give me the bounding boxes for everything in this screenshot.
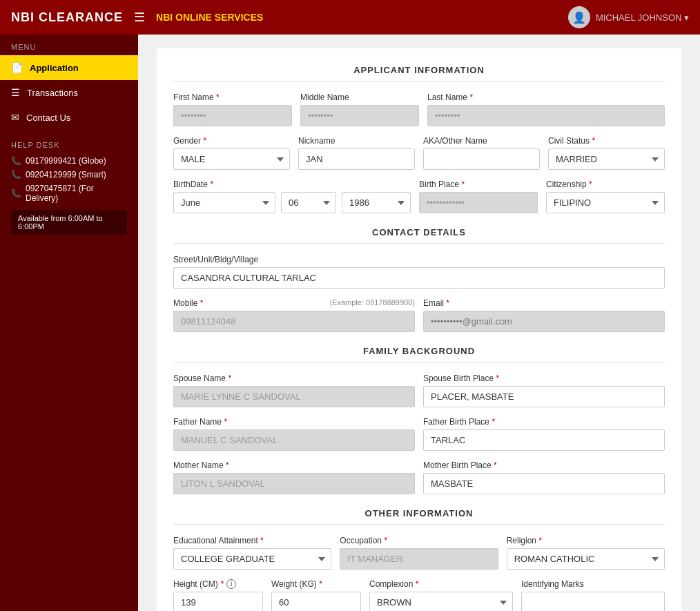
height-input[interactable]: [173, 592, 263, 611]
occupation-input[interactable]: [340, 548, 498, 570]
helpdesk-phone-1: 📞 09179999421 (Globe): [11, 156, 127, 166]
user-label[interactable]: MICHAEL JOHNSON ▾: [596, 12, 689, 23]
identifying-marks-input[interactable]: [521, 592, 665, 611]
middle-name-input[interactable]: [300, 105, 419, 126]
identifying-marks-label: Identifying Marks: [521, 579, 665, 589]
citizenship-select[interactable]: FILIPINO OTHERS: [546, 192, 665, 213]
street-group: Street/Unit/Bldg/Village: [173, 255, 665, 289]
sidebar-item-contact-label: Contact Us: [26, 113, 70, 123]
app-title: NBI CLEARANCE: [11, 10, 123, 25]
occupation-label: Occupation *: [340, 536, 498, 545]
other-section-header: OTHER INFORMATION: [173, 508, 665, 525]
menu-icon[interactable]: ☰: [134, 10, 145, 25]
education-group: Educational Attainment * COLLEGE GRADUAT…: [173, 536, 331, 570]
street-input[interactable]: [173, 267, 665, 289]
height-label: Height (CM) * i: [173, 579, 263, 589]
complexion-select[interactable]: BROWN FAIR DARK LIGHT: [369, 592, 513, 611]
weight-input[interactable]: [271, 592, 361, 611]
helpdesk-hours: Available from 6:00AM to 6:00PM: [11, 210, 127, 235]
mother-birth-place-label: Mother Birth Place *: [423, 460, 665, 470]
birth-place-input[interactable]: [419, 192, 538, 213]
gender-select[interactable]: MALE FEMALE: [173, 148, 290, 170]
phone-icon-3: 📞: [11, 188, 21, 198]
gender-row: Gender * MALE FEMALE Nickname AKA/Other …: [173, 136, 665, 170]
aka-input[interactable]: [423, 148, 540, 170]
spouse-name-input[interactable]: [173, 386, 415, 407]
mother-name-group: Mother Name *: [173, 460, 415, 494]
birth-place-group: Birth Place *: [419, 180, 538, 213]
spouse-birth-place-group: Spouse Birth Place *: [423, 374, 665, 407]
middle-name-group: Middle Name: [300, 93, 419, 126]
birthdate-selects: JanuaryFebruaryMarchAprilMayJuneJulyAugu…: [173, 192, 411, 213]
mother-name-input[interactable]: [173, 473, 415, 494]
father-birth-place-label: Father Birth Place *: [423, 417, 665, 427]
religion-group: Religion * ROMAN CATHOLIC PROTESTANT ISL…: [507, 536, 665, 570]
weight-label: Weight (KG) *: [271, 579, 361, 589]
citizenship-group: Citizenship * FILIPINO OTHERS: [546, 180, 665, 213]
header-right: 👤 MICHAEL JOHNSON ▾: [568, 6, 689, 28]
birth-month-select[interactable]: JanuaryFebruaryMarchAprilMayJuneJulyAugu…: [173, 192, 275, 213]
middle-name-label: Middle Name: [300, 93, 419, 102]
helpdesk-phone-2: 📞 09204129999 (Smart): [11, 170, 127, 180]
spouse-row: Spouse Name * Spouse Birth Place *: [173, 374, 665, 407]
contact-icon: ✉: [11, 112, 19, 123]
father-birth-place-group: Father Birth Place *: [423, 417, 665, 451]
email-input[interactable]: [423, 311, 665, 332]
sidebar-item-transactions[interactable]: ☰ Transactions: [0, 80, 138, 105]
mobile-label: Mobile * (Example: 09178889900): [173, 298, 415, 308]
father-name-label: Father Name *: [173, 417, 415, 427]
complexion-label: Complexion *: [369, 579, 513, 589]
contact-section-header: CONTACT DETAILS: [173, 227, 665, 244]
application-icon: 📄: [11, 62, 23, 73]
email-label: Email *: [423, 298, 665, 308]
gender-label: Gender *: [173, 136, 290, 146]
sidebar-item-transactions-label: Transactions: [27, 88, 78, 98]
mother-name-label: Mother Name *: [173, 460, 415, 470]
sidebar-item-application[interactable]: 📄 Application: [0, 55, 138, 80]
weight-group: Weight (KG) *: [271, 579, 361, 611]
spouse-birth-place-label: Spouse Birth Place *: [423, 374, 665, 383]
height-info-icon[interactable]: i: [226, 579, 236, 589]
mother-birth-place-input[interactable]: [423, 473, 665, 494]
father-birth-place-input[interactable]: [423, 429, 665, 451]
helpdesk-phone-3: 📞 09270475871 (For Delivery): [11, 184, 127, 203]
birth-year-select[interactable]: 1986: [342, 192, 411, 213]
father-name-input[interactable]: [173, 429, 415, 451]
identifying-marks-group: Identifying Marks: [521, 579, 665, 611]
sidebar-item-contact[interactable]: ✉ Contact Us: [0, 105, 138, 130]
birth-day-select[interactable]: 06: [281, 192, 336, 213]
main-content: APPLICANT INFORMATION First Name * Middl…: [138, 35, 700, 611]
religion-select[interactable]: ROMAN CATHOLIC PROTESTANT ISLAM OTHERS: [507, 548, 665, 570]
gender-group: Gender * MALE FEMALE: [173, 136, 290, 170]
first-name-input[interactable]: [173, 105, 292, 126]
mobile-input[interactable]: [173, 311, 415, 332]
citizenship-label: Citizenship *: [546, 180, 665, 189]
phone-icon-1: 📞: [11, 156, 21, 166]
form-card: APPLICANT INFORMATION First Name * Middl…: [157, 48, 681, 611]
service-label: NBI ONLINE SERVICES: [156, 12, 263, 23]
helpdesk-section: HELP DESK 📞 09179999421 (Globe) 📞 092041…: [0, 130, 138, 246]
occupation-group: Occupation *: [340, 536, 498, 570]
last-name-label: Last Name *: [427, 93, 665, 102]
civil-status-select[interactable]: SINGLE MARRIED WIDOWED SEPARATED: [548, 148, 665, 170]
civil-status-label: Civil Status *: [548, 136, 665, 146]
education-row: Educational Attainment * COLLEGE GRADUAT…: [173, 536, 665, 570]
civil-status-group: Civil Status * SINGLE MARRIED WIDOWED SE…: [548, 136, 665, 170]
education-select[interactable]: COLLEGE GRADUATE HIGH SCHOOL ELEMENTARY …: [173, 548, 331, 570]
birth-place-label: Birth Place *: [419, 180, 538, 189]
last-name-input[interactable]: [427, 105, 665, 126]
last-name-group: Last Name *: [427, 93, 665, 126]
aka-group: AKA/Other Name: [423, 136, 540, 170]
birthdate-row: BirthDate * JanuaryFebruaryMarchAprilMay…: [173, 180, 665, 213]
name-row: First Name * Middle Name Last Name *: [173, 93, 665, 126]
spouse-name-group: Spouse Name *: [173, 374, 415, 407]
nickname-input[interactable]: [298, 148, 415, 170]
applicant-section-header: APPLICANT INFORMATION: [173, 65, 665, 81]
helpdesk-label: HELP DESK: [11, 141, 127, 149]
father-row: Father Name * Father Birth Place *: [173, 417, 665, 451]
height-group: Height (CM) * i: [173, 579, 263, 611]
spouse-name-label: Spouse Name *: [173, 374, 415, 383]
mobile-example: (Example: 09178889900): [329, 298, 415, 308]
spouse-birth-place-input[interactable]: [423, 386, 665, 407]
sidebar: MENU 📄 Application ☰ Transactions ✉ Cont…: [0, 35, 138, 611]
